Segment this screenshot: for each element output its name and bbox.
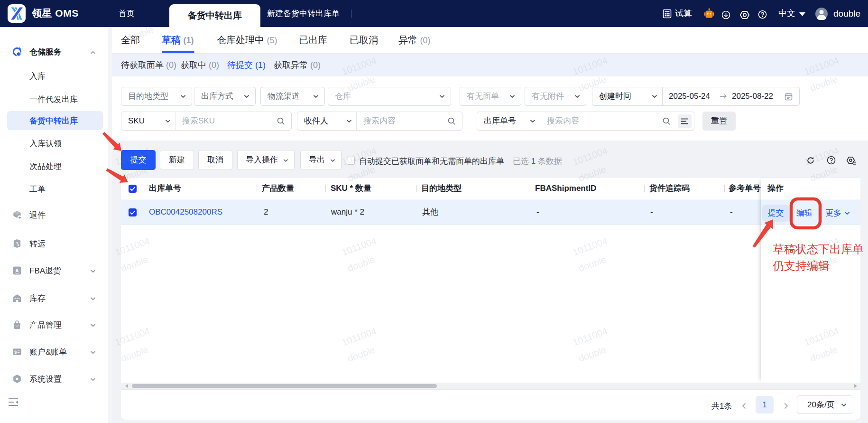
svg-text:$: $ [14, 349, 17, 355]
svg-text:a: a [16, 268, 18, 273]
